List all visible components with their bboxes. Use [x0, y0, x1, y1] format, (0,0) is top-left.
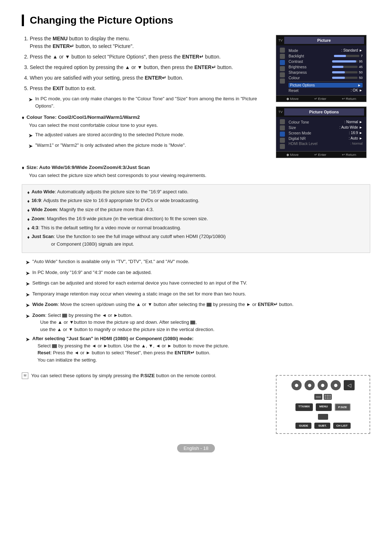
diamond-autowide: ♦	[27, 189, 30, 197]
psize-note-text: You can select these options by simply p…	[31, 372, 216, 379]
psize-section: M You can select these options by simply…	[22, 368, 370, 434]
step5-note-text: In PC mode, you can only make changes to…	[35, 95, 267, 109]
remote-buttons-row1: TTX/MIX MENU P.SIZE	[295, 403, 351, 411]
remote-btn-menu[interactable]: MENU	[316, 403, 332, 411]
tv-bar-bg-sharpness	[332, 71, 358, 73]
note-autowide-available: ➤ "Auto Wide" function is available only…	[25, 258, 370, 267]
psize-icon-box: M	[22, 372, 28, 379]
tv2-label-hbl: HDMI Black Level	[289, 142, 317, 146]
tv-row-reset: Reset : OK ►	[289, 88, 363, 93]
menu-dot-5	[327, 397, 328, 399]
menu-dot-4	[324, 397, 326, 399]
size-item-autowide-text: Auto Wide: Automatically adjusts the pic…	[32, 188, 189, 196]
size-item-widezoom: ♦ Wide Zoom: Magnify the size of the pic…	[27, 206, 365, 214]
tv-footer-2: ◆ Move ↵ Enter ↩ Return	[276, 151, 366, 158]
tv2-label-dnr: Digital NR	[289, 136, 306, 141]
tv-header-1: Picture	[284, 37, 364, 44]
menu-dot-6	[329, 397, 331, 399]
tv2-footer-enter: ↵ Enter	[314, 153, 326, 157]
psize-text-area: M You can select these options by simply…	[22, 368, 267, 383]
step1-bold1: MENU	[53, 36, 68, 41]
tv-bar-fill-backlight	[334, 55, 346, 57]
tv2-icon-3	[280, 132, 285, 137]
step3-bold: ENTER↵	[194, 64, 216, 70]
size-item-169: ♦ 16:9: Adjusts the picture size to 16:9…	[27, 197, 365, 205]
tv-label-reset: Reset	[289, 88, 298, 93]
arrow-icon-wz: ➤	[25, 301, 30, 310]
tv-label-backlight: Backlight	[289, 54, 304, 58]
colour-tone-title: ♦ Colour Tone: Cool2/Cool1/Normal/Warm1/…	[22, 114, 267, 120]
remote-btn-guide[interactable]: GUIDE	[295, 423, 311, 429]
colour-tone-title-text: Colour Tone: Cool2/Cool1/Normal/Warm1/Wa…	[26, 114, 140, 120]
remote-btn-chlist[interactable]: CH LIST	[333, 423, 350, 429]
step4-bold: ENTER↵	[145, 75, 166, 81]
tv2-label-sm: Screen Mode	[289, 131, 311, 135]
instructions-column: Press the MENU button to display the men…	[22, 35, 267, 158]
psize-note: M You can select these options by simply…	[22, 372, 267, 379]
tv2-main: Colour Tone : Normal ► Size : Auto Wide …	[280, 119, 363, 149]
step1-bold2: ENTER↵	[53, 43, 74, 49]
notes-section: ➤ "Auto Wide" function is available only…	[22, 258, 370, 363]
size-section: ♦ Size: Auto Wide/16:9/Wide Zoom/Zoom/4:…	[22, 165, 370, 363]
tv-bar-backlight: 7	[334, 54, 363, 58]
size-item-autowide: ♦ Auto Wide: Automatically adjusts the p…	[27, 188, 365, 197]
tv2-row-dnr: Digital NR : Auto ►	[289, 136, 363, 141]
size-bullet: ♦ Size: Auto Wide/16:9/Wide Zoom/Zoom/4:…	[22, 165, 370, 179]
tv-body-1: Mode : Standard ► Backlight 7 Contrast	[276, 45, 366, 95]
tv-label-brightness: Brightness	[289, 65, 307, 69]
tv-label-sharpness: Sharpness	[289, 70, 307, 74]
arrow-icon-ct1: ➤	[28, 132, 33, 140]
tv-highlighted-arrow: ►	[358, 83, 361, 87]
remote-center-icon	[318, 414, 328, 420]
note-n1-text: "Auto Wide" function is available only i…	[32, 258, 189, 265]
z-icon2	[190, 321, 195, 325]
tv-footer-enter: ↵ Enter	[314, 97, 326, 101]
tv-body-2: Colour Tone : Normal ► Size : Auto Wide …	[276, 117, 366, 151]
tv-bar-contrast: 95	[332, 60, 363, 63]
tv-row-backlight: Backlight 7	[289, 53, 363, 59]
remote-circle-3: ⬤	[318, 380, 328, 390]
remote-btn-psize[interactable]: P.SIZE	[335, 403, 351, 411]
tv2-sidebar-icons	[280, 119, 286, 149]
diamond-43: ♦	[27, 225, 30, 233]
size-item-zoom: ♦ Zoom: Magnifies the 16:9 wide picture …	[27, 215, 365, 223]
tv-bar-sharpness: 50	[332, 70, 363, 74]
tv-row-sharpness: Sharpness 50	[289, 69, 363, 75]
size-item-widezoom-text: Wide Zoom: Magnify the size of the pictu…	[32, 206, 154, 214]
tv2-footer-move: ◆ Move	[286, 153, 299, 157]
tv-bar-fill-colour	[332, 77, 345, 79]
note-n3-text: Settings can be adjusted and stored for …	[32, 279, 247, 287]
arrow-icon: ➤	[28, 96, 33, 104]
diamond-zoom: ♦	[27, 216, 30, 223]
sidebar-icon-2	[280, 54, 285, 59]
tv-bar-colour: 50	[332, 76, 363, 80]
tv-bar-fill-sharpness	[332, 71, 345, 73]
z-icon	[62, 314, 67, 318]
colour-tone-note2: ➤ "Warm1" or "Warm2" is only activated w…	[28, 142, 267, 150]
tv2-row-hbl: HDMI Black Level : Normal	[289, 141, 363, 146]
diamond-169: ♦	[27, 198, 30, 205]
remote-btn-subt[interactable]: SUBT.	[314, 423, 330, 429]
screenshots-column: TV Picture Mode :	[276, 35, 370, 158]
tv2-label-size: Size	[289, 125, 296, 130]
menu-dot-1	[324, 395, 326, 397]
arrow-icon-n3: ➤	[25, 280, 30, 288]
tv2-icon-5	[280, 144, 285, 149]
wz-icon	[207, 303, 212, 307]
tv2-value-ct: : Normal ►	[344, 120, 363, 124]
size-diamond-icon: ♦	[22, 165, 24, 170]
menu-dot-2	[327, 395, 328, 397]
tv-value-mode: : Standard ►	[341, 48, 363, 52]
tv-divider-1	[289, 81, 363, 82]
note-zoom: ➤ Zoom: Select by pressing the ◄ or ►but…	[25, 312, 370, 333]
remote-icon-ttx	[314, 394, 322, 400]
remote-btn-ttxmix[interactable]: TTX/MIX	[295, 403, 313, 411]
size-item-zoom-text: Zoom: Magnifies the 16:9 wide picture (i…	[32, 215, 208, 223]
tv-bar-fill-brightness	[332, 66, 344, 68]
remote-arrow-icon: ◁	[344, 380, 355, 390]
tv2-icon-1	[280, 119, 285, 124]
tv-bar-bg-contrast	[332, 60, 358, 63]
remote-arrow-symbol: ◁	[347, 382, 351, 388]
tv-screen-picture-options: TV Picture Options Colour Tone	[276, 106, 367, 158]
remote-buttons-row2: GUIDE SUBT. CH LIST	[295, 423, 350, 429]
